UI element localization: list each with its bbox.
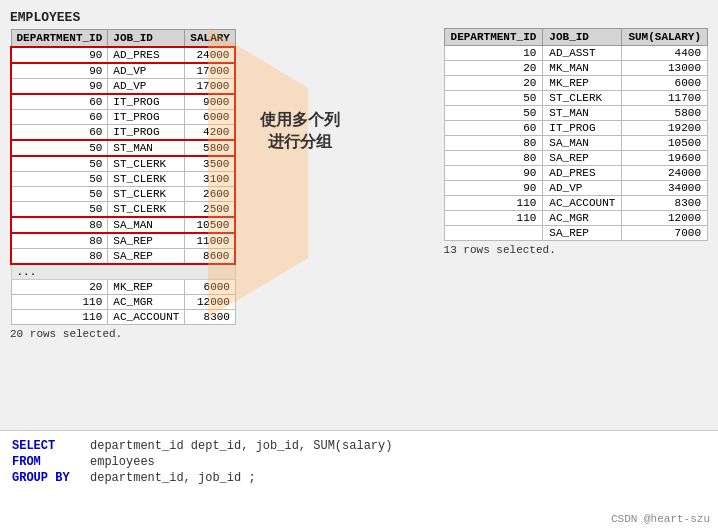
table-row: 50ST_MAN5800	[11, 140, 235, 156]
table-row: 50ST_MAN5800	[444, 106, 707, 121]
table-row: 80SA_REP8600	[11, 249, 235, 265]
employees-title: EMPLOYEES	[10, 10, 225, 25]
main-container: EMPLOYEES DEPARTMENT_IDJOB_IDSALARY90AD_…	[0, 0, 718, 530]
table-row: 50ST_CLERK2600	[11, 187, 235, 202]
svg-marker-0	[208, 28, 308, 318]
table-row: 90AD_VP34000	[444, 181, 707, 196]
table-row: 90AD_PRES24000	[444, 166, 707, 181]
left-table-wrapper: EMPLOYEES DEPARTMENT_IDJOB_IDSALARY90AD_…	[10, 10, 225, 340]
table-row: 110AC_ACCOUNT8300	[444, 196, 707, 211]
table-row: 80SA_MAN10500	[11, 217, 235, 233]
cn-label: 使用多个列 进行分组	[260, 110, 340, 155]
table-row: 60IT_PROG4200	[11, 125, 235, 141]
table-row: SA_REP7000	[444, 226, 707, 241]
funnel-arrow	[208, 28, 383, 318]
table-row: 20MK_REP6000	[11, 280, 235, 295]
table-row: 60IT_PROG9000	[11, 94, 235, 110]
sql-text: employees	[90, 455, 155, 469]
left-table: DEPARTMENT_IDJOB_IDSALARY90AD_PRES240009…	[10, 29, 225, 325]
sql-keyword: GROUP BY	[12, 471, 82, 485]
table-row: 80SA_MAN10500	[444, 136, 707, 151]
table-row: 20MK_REP6000	[444, 76, 707, 91]
sql-keyword: FROM	[12, 455, 82, 469]
table-row: 60IT_PROG19200	[444, 121, 707, 136]
table-row: 50ST_CLERK2500	[11, 202, 235, 218]
table-row: 80SA_REP19600	[444, 151, 707, 166]
table-row: 90AD_VP17000	[11, 63, 235, 79]
right-table: DEPARTMENT_IDJOB_IDSUM(SALARY)10AD_ASST4…	[444, 28, 708, 241]
table-row: 90AD_PRES24000	[11, 47, 235, 63]
table-row: 50ST_CLERK3100	[11, 172, 235, 187]
table-row: 90AD_VP17000	[11, 79, 235, 95]
sql-text: department_id, job_id ;	[90, 471, 256, 485]
table-row: 10AD_ASST4400	[444, 46, 707, 61]
sql-keyword: SELECT	[12, 439, 82, 453]
sql-text: department_id dept_id, job_id, SUM(salar…	[90, 439, 392, 453]
table-row: 50ST_CLERK11700	[444, 91, 707, 106]
left-header-department_id: DEPARTMENT_ID	[11, 30, 108, 48]
sql-line: FROMemployees	[12, 455, 706, 469]
left-header-job_id: JOB_ID	[108, 30, 185, 48]
table-row: 80SA_REP11000	[11, 233, 235, 249]
sql-line: GROUP BYdepartment_id, job_id ;	[12, 471, 706, 485]
right-table-wrapper: DEPARTMENT_IDJOB_IDSUM(SALARY)10AD_ASST4…	[444, 28, 708, 256]
ellipsis-row: ...	[11, 264, 235, 280]
right-header-jobid: JOB_ID	[543, 29, 622, 46]
right-header-sumsalary: SUM(SALARY)	[622, 29, 708, 46]
left-rows-selected: 20 rows selected.	[10, 328, 225, 340]
sql-line: SELECTdepartment_id dept_id, job_id, SUM…	[12, 439, 706, 453]
watermark: CSDN @heart-szu	[611, 513, 710, 525]
table-row: 20MK_MAN13000	[444, 61, 707, 76]
table-row: 50ST_CLERK3500	[11, 156, 235, 172]
table-row: 60IT_PROG6000	[11, 110, 235, 125]
table-row: 110AC_ACCOUNT8300	[11, 310, 235, 325]
right-header-departmentid: DEPARTMENT_ID	[444, 29, 543, 46]
table-row: 110AC_MGR12000	[444, 211, 707, 226]
right-rows-selected: 13 rows selected.	[444, 244, 708, 256]
table-row: 110AC_MGR12000	[11, 295, 235, 310]
